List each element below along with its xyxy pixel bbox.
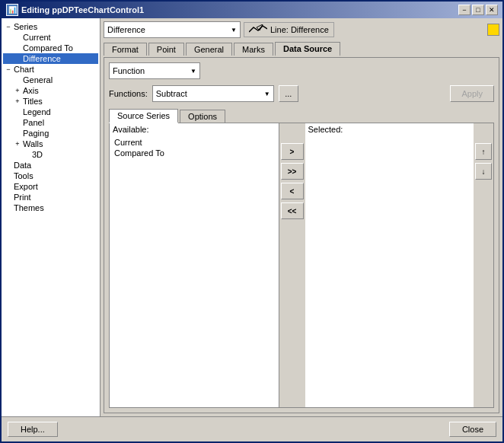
tabs-row: Format Point General Marks Data Source bbox=[104, 41, 499, 57]
title-bar: 📊 Editing ppDPTeeChartControl1 − □ ✕ bbox=[2, 2, 502, 18]
sidebar-label-print: Print bbox=[14, 193, 31, 202]
sidebar-item-export[interactable]: Export bbox=[3, 181, 98, 192]
inner-tabs-row: Source Series Options bbox=[109, 108, 494, 123]
ellipsis-button[interactable]: ... bbox=[279, 85, 298, 102]
sidebar-item-series[interactable]: − Series bbox=[3, 21, 98, 32]
tab-data-source[interactable]: Data Source bbox=[275, 42, 340, 56]
list-item[interactable]: Compared To bbox=[113, 148, 276, 158]
line-chart-icon bbox=[249, 24, 267, 35]
sidebar-label-axis: Axis bbox=[23, 86, 39, 95]
bottom-bar: Help... Close bbox=[2, 416, 502, 441]
main-content: − Series Current Compared To Difference … bbox=[2, 18, 502, 416]
sidebar-label-export: Export bbox=[14, 182, 38, 191]
sidebar-label-paging: Paging bbox=[23, 129, 49, 138]
selected-panel: Selected: bbox=[305, 123, 474, 407]
app-icon: 📊 bbox=[6, 4, 18, 16]
move-up-button[interactable]: ↑ bbox=[475, 143, 492, 160]
move-left-button[interactable]: < bbox=[281, 183, 304, 199]
sidebar-label-series: Series bbox=[14, 22, 37, 31]
functions-dropdown-arrow: ▼ bbox=[264, 91, 270, 97]
help-button[interactable]: Help... bbox=[8, 422, 58, 437]
order-buttons: ↑ ↓ bbox=[474, 123, 493, 407]
sidebar-item-compared-to[interactable]: Compared To bbox=[3, 43, 98, 53]
sidebar-label-data: Data bbox=[14, 161, 31, 170]
sidebar-label-compared-to: Compared To bbox=[23, 43, 73, 53]
sidebar-item-difference[interactable]: Difference bbox=[3, 53, 98, 64]
sidebar: − Series Current Compared To Difference … bbox=[2, 18, 100, 416]
functions-label: Functions: bbox=[109, 89, 148, 98]
available-header: Available: bbox=[110, 123, 279, 135]
right-panel: Difference ▼ Line: Difference Format bbox=[100, 18, 502, 416]
close-window-button[interactable]: ✕ bbox=[486, 5, 498, 15]
sidebar-label-panel: Panel bbox=[23, 118, 44, 127]
function-row: Function ▼ bbox=[109, 62, 494, 79]
list-item[interactable]: Current bbox=[113, 137, 276, 148]
series-info-text: Line: Difference bbox=[270, 25, 329, 34]
sidebar-item-chart[interactable]: − Chart bbox=[3, 64, 98, 75]
sidebar-label-general: General bbox=[23, 75, 53, 84]
tab-format[interactable]: Format bbox=[104, 43, 147, 56]
sidebar-item-print[interactable]: Print bbox=[3, 192, 98, 202]
tab-marks[interactable]: Marks bbox=[234, 43, 273, 56]
close-button[interactable]: Close bbox=[449, 422, 496, 437]
sidebar-item-legend[interactable]: Legend bbox=[3, 107, 98, 117]
move-down-button[interactable]: ↓ bbox=[475, 163, 492, 180]
color-picker[interactable] bbox=[487, 24, 499, 36]
sidebar-label-themes: Themes bbox=[14, 203, 44, 212]
available-list: Current Compared To bbox=[110, 135, 279, 407]
expand-chart-icon: − bbox=[5, 65, 12, 73]
transfer-buttons: > >> < << bbox=[279, 123, 305, 407]
functions-value: Subtract bbox=[156, 89, 187, 98]
sidebar-item-panel[interactable]: Panel bbox=[3, 117, 98, 128]
source-content: Available: Current Compared To > bbox=[109, 123, 494, 408]
sidebar-label-3d: 3D bbox=[32, 150, 43, 159]
sidebar-label-legend: Legend bbox=[23, 107, 51, 116]
series-dropdown[interactable]: Difference ▼ bbox=[104, 21, 241, 38]
sidebar-label-titles: Titles bbox=[23, 97, 43, 106]
sidebar-item-themes[interactable]: Themes bbox=[3, 202, 98, 213]
series-row: Difference ▼ Line: Difference bbox=[104, 21, 499, 38]
series-dropdown-arrow: ▼ bbox=[231, 27, 237, 33]
sidebar-item-walls[interactable]: + Walls bbox=[3, 139, 98, 149]
function-dropdown[interactable]: Function ▼ bbox=[109, 62, 200, 79]
functions-row: Functions: Subtract ▼ ... Apply bbox=[109, 85, 494, 102]
apply-button[interactable]: Apply bbox=[450, 85, 494, 102]
sidebar-item-tools[interactable]: Tools bbox=[3, 171, 98, 181]
sidebar-label-difference: Difference bbox=[23, 54, 61, 63]
selected-list bbox=[305, 135, 474, 407]
function-value: Function bbox=[113, 66, 145, 75]
window-title: Editing ppDPTeeChartControl1 bbox=[21, 5, 144, 14]
series-value: Difference bbox=[107, 25, 145, 34]
sidebar-label-walls: Walls bbox=[23, 139, 43, 148]
sidebar-item-data[interactable]: Data bbox=[3, 160, 98, 171]
series-info-label: Line: Difference bbox=[244, 22, 334, 37]
available-panel: Available: Current Compared To bbox=[110, 123, 279, 407]
tab-point[interactable]: Point bbox=[148, 43, 184, 56]
functions-dropdown[interactable]: Subtract ▼ bbox=[152, 85, 274, 102]
sidebar-item-axis[interactable]: + Axis bbox=[3, 85, 98, 96]
inner-tab-options[interactable]: Options bbox=[180, 110, 225, 123]
minimize-button[interactable]: − bbox=[458, 5, 471, 15]
content-area: Function ▼ Functions: Subtract ▼ ... App… bbox=[104, 57, 499, 413]
selected-header: Selected: bbox=[305, 123, 474, 135]
move-all-right-button[interactable]: >> bbox=[281, 163, 304, 180]
move-all-left-button[interactable]: << bbox=[281, 202, 304, 219]
sidebar-item-3d[interactable]: 3D bbox=[3, 149, 98, 160]
sidebar-label-current: Current bbox=[23, 33, 51, 42]
sidebar-label-chart: Chart bbox=[14, 65, 34, 74]
sidebar-item-general[interactable]: General bbox=[3, 75, 98, 85]
maximize-button[interactable]: □ bbox=[472, 5, 484, 15]
tab-general[interactable]: General bbox=[186, 43, 232, 56]
function-dropdown-arrow: ▼ bbox=[190, 68, 196, 75]
main-window: 📊 Editing ppDPTeeChartControl1 − □ ✕ − S… bbox=[0, 0, 504, 443]
sidebar-label-tools: Tools bbox=[14, 171, 33, 180]
expand-series-icon: − bbox=[5, 23, 12, 30]
sidebar-item-paging[interactable]: Paging bbox=[3, 128, 98, 139]
sidebar-item-current[interactable]: Current bbox=[3, 32, 98, 43]
sidebar-item-titles[interactable]: + Titles bbox=[3, 96, 98, 107]
move-right-button[interactable]: > bbox=[281, 143, 304, 160]
inner-tab-source-series[interactable]: Source Series bbox=[109, 109, 178, 123]
